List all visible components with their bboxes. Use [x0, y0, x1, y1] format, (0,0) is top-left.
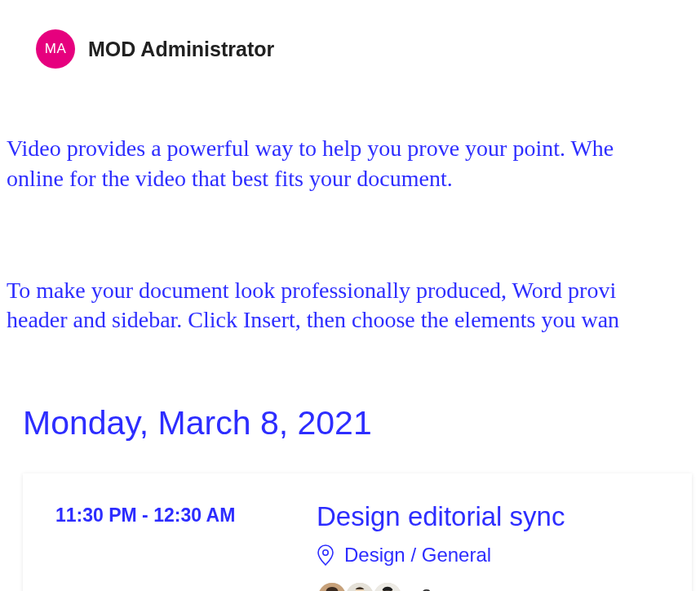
paragraph-1: Video provides a powerful way to help yo… [7, 134, 700, 193]
event-location-text: Design / General [344, 544, 491, 567]
event-details: Design editorial sync Design / General [317, 501, 565, 591]
paragraph-2: To make your document look professionall… [7, 276, 700, 335]
attendee-avatar-1[interactable] [317, 581, 348, 591]
attendee-avatar-3[interactable] [372, 581, 403, 591]
event-time: 11:30 PM - 12:30 AM [55, 501, 317, 591]
agenda-date-heading: Monday, March 8, 2021 [0, 365, 700, 442]
user-name: MOD Administrator [88, 38, 274, 61]
event-card[interactable]: 11:30 PM - 12:30 AM Design editorial syn… [23, 473, 692, 591]
avatar-initials: MA [45, 41, 67, 57]
avatar[interactable]: MA [36, 29, 75, 69]
event-title: Design editorial sync [317, 501, 565, 532]
attendee-overflow-count[interactable]: +2 [410, 585, 432, 591]
svg-point-0 [323, 550, 328, 555]
header: MA MOD Administrator [0, 0, 700, 69]
event-location: Design / General [317, 544, 565, 567]
attendee-avatar-2[interactable] [344, 581, 375, 591]
body-text: Video provides a powerful way to help yo… [0, 69, 700, 365]
location-pin-icon [317, 544, 334, 566]
attendees: +2 [317, 581, 565, 591]
